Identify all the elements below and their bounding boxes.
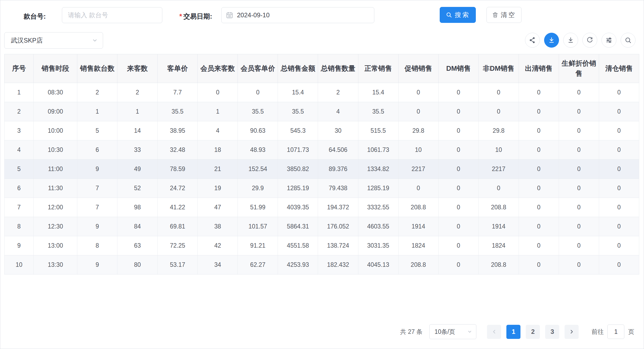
table-cell: 5864.31 — [278, 217, 318, 236]
prev-page-button[interactable] — [487, 325, 501, 339]
table-row[interactable]: 611:3075224.721929.91285.1979.4381285.19… — [5, 179, 639, 198]
table-cell: 13:00 — [34, 236, 77, 255]
share-icon[interactable] — [525, 33, 540, 48]
table-cell: 3332.55 — [358, 198, 398, 217]
table-cell: 0 — [559, 140, 599, 160]
table-cell: 64.506 — [318, 140, 358, 160]
table-cell: 8 — [77, 236, 117, 255]
column-header: 出清销售 — [519, 54, 559, 83]
table-cell: 10 — [5, 255, 34, 275]
page-button-3[interactable]: 3 — [545, 325, 559, 339]
table-cell: 1071.73 — [278, 140, 318, 160]
refresh-icon[interactable] — [582, 33, 597, 48]
table-cell: 2217 — [478, 160, 519, 179]
table-cell: 182.432 — [318, 255, 358, 275]
table-cell: 78.59 — [158, 160, 198, 179]
table-cell: 51.99 — [238, 198, 278, 217]
pagination: 共 27 条 10条/页 123 前往 页 — [400, 324, 634, 339]
page-button-1[interactable]: 1 — [506, 325, 520, 339]
column-header: 总销售金额 — [278, 54, 318, 83]
table-cell: 08:30 — [34, 83, 77, 102]
table-cell: 4 — [5, 140, 34, 160]
table-cell: 7 — [77, 198, 117, 217]
table-cell: 29.9 — [238, 179, 278, 198]
table-cell: 0 — [519, 102, 559, 121]
table-cell: 69.81 — [158, 217, 198, 236]
table-cell: 1 — [5, 83, 34, 102]
download-alt-icon[interactable] — [563, 33, 578, 48]
table-cell: 0 — [198, 83, 238, 102]
table-row[interactable]: 410:3063332.481848.931071.7364.5061061.7… — [5, 140, 639, 160]
goto-label: 前往 — [591, 328, 604, 336]
table-cell: 0 — [599, 83, 639, 102]
download-icon[interactable] — [544, 33, 559, 48]
table-cell: 1285.19 — [358, 179, 398, 198]
table-cell: 12:30 — [34, 217, 77, 236]
table-cell: 35.5 — [158, 102, 198, 121]
table-cell: 34 — [198, 255, 238, 275]
date-field-group: * 交易日期: — [179, 12, 212, 21]
table-cell: 7 — [5, 198, 34, 217]
column-settings-icon[interactable] — [601, 33, 616, 48]
goto-page-group: 前往 页 — [591, 325, 634, 339]
table-row[interactable]: 310:0051438.95490.63545.330515.529.8029.… — [5, 121, 639, 140]
table-cell: 19 — [198, 179, 238, 198]
table-cell: 2217 — [398, 160, 438, 179]
column-header: 会员来客数 — [198, 54, 238, 83]
table-toolbar — [525, 33, 635, 48]
table-cell: 138.724 — [318, 236, 358, 255]
table-cell: 63 — [117, 236, 158, 255]
date-input[interactable] — [236, 11, 370, 19]
column-header: 会员客单价 — [238, 54, 278, 83]
table-cell: 1824 — [398, 236, 438, 255]
table-cell: 1824 — [478, 236, 519, 255]
table-cell: 0 — [438, 140, 478, 160]
table-row[interactable]: 812:3098469.8138101.575864.31176.0524603… — [5, 217, 639, 236]
table-cell: 1 — [198, 102, 238, 121]
table-cell: 4 — [198, 121, 238, 140]
page-button-2[interactable]: 2 — [526, 325, 540, 339]
next-page-button[interactable] — [565, 325, 579, 339]
table-row[interactable]: 209:001135.5135.535.5435.5000000 — [5, 102, 639, 121]
table-cell: 3031.35 — [358, 236, 398, 255]
table-cell: 0 — [478, 179, 519, 198]
table-cell: 1 — [117, 102, 158, 121]
total-count: 共 27 条 — [400, 328, 422, 336]
search-button[interactable]: 搜索 — [440, 7, 476, 23]
table-cell: 0 — [519, 179, 559, 198]
search-icon[interactable] — [621, 33, 635, 48]
table-cell: 0 — [559, 160, 599, 179]
register-input[interactable] — [67, 11, 157, 19]
clear-button[interactable]: 清空 — [486, 7, 522, 23]
page-size-select[interactable]: 10条/页 — [429, 324, 476, 339]
table-cell: 4039.35 — [278, 198, 318, 217]
table-row[interactable]: 511:0094978.5921152.543850.8289.3761334.… — [5, 160, 639, 179]
table-cell: 0 — [519, 121, 559, 140]
table-cell: 48.93 — [238, 140, 278, 160]
table-cell: 0 — [559, 198, 599, 217]
goto-page-input[interactable] — [607, 325, 624, 339]
table-cell: 14 — [117, 121, 158, 140]
table-cell: 5 — [5, 160, 34, 179]
table-row[interactable]: 712:0079841.224751.994039.35194.3723332.… — [5, 198, 639, 217]
table-row[interactable]: 108:30227.70015.4215.4000000 — [5, 83, 639, 102]
table-row[interactable]: 1013:3098053.173462.274253.93182.4324045… — [5, 255, 639, 275]
table-cell: 3 — [5, 121, 34, 140]
table-cell: 176.052 — [318, 217, 358, 236]
table-cell: 35.5 — [238, 102, 278, 121]
table-cell: 515.5 — [358, 121, 398, 140]
table-cell: 0 — [438, 217, 478, 236]
table-cell: 13:30 — [34, 255, 77, 275]
table-cell: 12:00 — [34, 198, 77, 217]
table-row[interactable]: 913:0086372.254291.214551.58138.7243031.… — [5, 236, 639, 255]
table-cell: 0 — [599, 102, 639, 121]
table-cell: 9 — [77, 255, 117, 275]
table-cell: 4 — [318, 102, 358, 121]
table-cell: 10 — [398, 140, 438, 160]
date-picker[interactable] — [221, 7, 374, 23]
table-cell: 0 — [398, 179, 438, 198]
table-cell: 32.48 — [158, 140, 198, 160]
page: 款台号: * 交易日期: 搜索 — [0, 0, 644, 349]
store-select[interactable]: 武汉SKP店 — [4, 32, 103, 49]
table-cell: 4603.55 — [358, 217, 398, 236]
